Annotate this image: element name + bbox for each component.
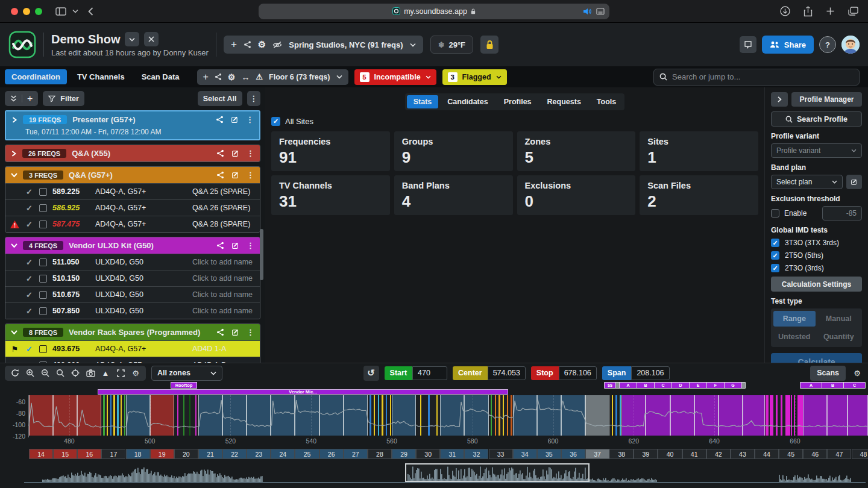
tv-channel-number[interactable]: 17 xyxy=(101,449,125,459)
close-window-button[interactable] xyxy=(11,8,18,15)
row-checkbox[interactable] xyxy=(39,204,47,212)
calculation-settings-button[interactable]: Calculation Settings xyxy=(771,277,862,292)
zoom-out-icon[interactable] xyxy=(39,367,51,379)
share-group-icon[interactable] xyxy=(216,328,224,336)
tv-channel-block[interactable] xyxy=(585,395,609,436)
search-spectrum-icon[interactable] xyxy=(54,367,66,379)
feedback-button[interactable] xyxy=(740,36,756,53)
flagged-alert-button[interactable]: 3 Flagged xyxy=(442,69,507,85)
marker-segment[interactable] xyxy=(101,395,125,436)
band-plan-cell[interactable]: $$ xyxy=(605,383,615,388)
tv-channel-block[interactable] xyxy=(247,395,271,436)
tv-channel-block[interactable] xyxy=(150,395,174,436)
group-header[interactable]: 26 FREQS Q&A (X55) ⋮ xyxy=(5,145,260,161)
channel-name[interactable]: Q&A 26 (SPARE) xyxy=(192,204,250,212)
tv-channel-block[interactable] xyxy=(719,395,743,436)
band-plan-cell[interactable]: E xyxy=(690,383,706,388)
row-checkbox[interactable] xyxy=(39,275,47,283)
tab-requests[interactable]: Requests xyxy=(541,95,588,108)
frequency-row[interactable]: ✓ 586.925 AD4Q-A, G57+ Q&A 26 (SPARE) xyxy=(5,199,260,216)
group-menu-icon[interactable]: ⋮ xyxy=(247,170,254,180)
group-menu-icon[interactable]: ⋮ xyxy=(247,328,254,337)
add-group-icon[interactable]: + xyxy=(27,93,33,104)
scans-button[interactable]: Scans xyxy=(810,366,846,381)
band-marker-vendor-mic[interactable]: Vendor Mic... xyxy=(98,389,508,395)
tv-channel-block[interactable] xyxy=(344,395,368,436)
channel-name[interactable]: Q&A 25 (SPARE) xyxy=(192,187,250,196)
swap-icon[interactable]: ↔ xyxy=(241,72,250,82)
tv-channel-number[interactable]: 31 xyxy=(440,449,464,459)
tv-channel-number[interactable]: 43 xyxy=(731,449,755,459)
add-site-icon[interactable]: + xyxy=(231,39,237,51)
row-checkbox[interactable] xyxy=(39,188,47,196)
tv-channel-number[interactable]: 32 xyxy=(464,449,488,459)
scans-settings-icon[interactable]: ⚙ xyxy=(851,367,863,379)
tv-channel-block[interactable] xyxy=(848,395,868,436)
tv-channel-number[interactable]: 38 xyxy=(609,449,634,459)
tv-channel-block[interactable] xyxy=(440,395,464,436)
band-plan-cell[interactable]: B xyxy=(637,383,654,388)
frequency-row[interactable]: ✓ 511.050 ULXD4D, G50 Click to add name xyxy=(5,254,260,270)
tv-channel-block[interactable] xyxy=(29,395,53,436)
tv-channel-block[interactable] xyxy=(464,395,488,436)
share-group-icon[interactable] xyxy=(216,171,224,179)
edit-band-plan-button[interactable] xyxy=(846,175,862,189)
profile-variant-select[interactable]: Profile variant xyxy=(771,143,862,158)
chevron-right-icon[interactable] xyxy=(11,117,17,123)
tv-channel-block[interactable] xyxy=(561,395,585,436)
band-plan-cell[interactable]: D xyxy=(672,383,689,388)
marker-segment[interactable] xyxy=(416,395,440,436)
maximize-window-button[interactable] xyxy=(35,8,42,15)
stop-frequency-field[interactable]: Stop 678.106 xyxy=(531,366,597,380)
fullscreen-icon[interactable] xyxy=(115,367,127,379)
band-plan-select[interactable]: Select plan xyxy=(771,175,843,189)
span-field[interactable]: Span 208.106 xyxy=(602,366,670,380)
tv-channel-number[interactable]: 45 xyxy=(779,449,803,459)
chevron-down-icon[interactable] xyxy=(72,9,78,13)
reader-mode-icon[interactable] xyxy=(596,8,605,15)
collapse-expand-add-group[interactable]: + xyxy=(5,91,38,106)
tv-channel-block[interactable] xyxy=(271,395,295,436)
marker-segment[interactable] xyxy=(174,395,198,436)
tv-channel-number[interactable]: 19 xyxy=(150,449,174,459)
share-group-icon[interactable] xyxy=(216,116,224,124)
tv-channel-number[interactable]: 39 xyxy=(634,449,658,459)
tv-channel-number[interactable]: 35 xyxy=(537,449,561,459)
tv-channel-block[interactable] xyxy=(743,395,765,436)
tv-channel-number[interactable]: 48 xyxy=(852,449,868,459)
edit-group-icon[interactable] xyxy=(231,242,239,249)
tv-channel-number[interactable]: 44 xyxy=(755,449,779,459)
share-site-icon[interactable] xyxy=(244,40,251,49)
tv-channel-number[interactable]: 30 xyxy=(416,449,440,459)
share-group-icon[interactable] xyxy=(216,149,224,157)
tv-channel-block[interactable] xyxy=(646,395,670,436)
band-plan-cell[interactable]: A xyxy=(620,383,637,388)
zoom-in-icon[interactable] xyxy=(24,367,36,379)
test-type-manual[interactable]: Manual xyxy=(818,311,860,327)
screenshot-icon[interactable] xyxy=(84,367,96,379)
row-checkbox[interactable] xyxy=(39,258,47,266)
imd-checkbox[interactable]: ✓ xyxy=(771,251,779,260)
zone-settings-icon[interactable]: ⚙ xyxy=(228,72,236,82)
test-type-quantity[interactable]: Quantity xyxy=(818,329,860,345)
groups-menu-button[interactable]: ⋮ xyxy=(247,91,261,106)
warning-zone-icon[interactable]: ⚠ xyxy=(256,72,263,81)
nav-tab-tv-channels[interactable]: TV Channels xyxy=(71,69,131,84)
edit-group-icon[interactable] xyxy=(231,171,239,179)
site-selector[interactable]: + ⚙ Spring Studios, NYC (91 freqs) xyxy=(224,36,423,54)
tab-overview-icon[interactable] xyxy=(848,7,858,16)
imd-checkbox[interactable]: ✓ xyxy=(771,239,779,247)
exclusion-enable-checkbox[interactable] xyxy=(771,209,779,217)
start-frequency-field[interactable]: Start 470 xyxy=(385,366,447,380)
edit-group-icon[interactable] xyxy=(231,116,239,124)
sidebar-scrollbar[interactable] xyxy=(260,229,263,280)
site-settings-icon[interactable]: ⚙ xyxy=(258,39,266,50)
channel-name[interactable]: Click to add name xyxy=(192,274,253,283)
tv-channel-number[interactable]: 22 xyxy=(222,449,247,459)
band-plan-cell[interactable]: B xyxy=(822,383,843,388)
channel-name[interactable]: Click to add name xyxy=(192,258,253,266)
share-zone-icon[interactable] xyxy=(215,73,222,81)
share-button[interactable]: Share xyxy=(762,36,814,54)
peak-hold-icon[interactable]: ▲ xyxy=(99,367,112,379)
row-checkbox[interactable] xyxy=(39,291,47,299)
